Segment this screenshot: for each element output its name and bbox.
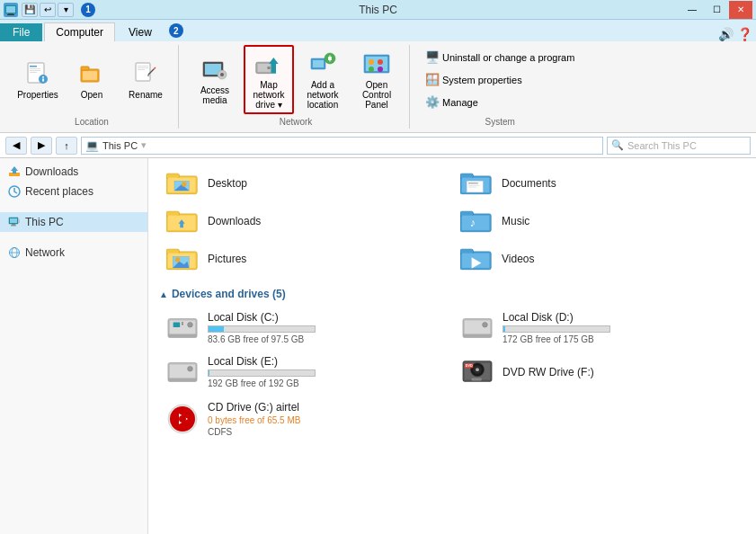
search-field[interactable]: 🔍 Search This PC [607,137,751,155]
map-network-drive-icon [254,49,283,78]
sidebar-item-network[interactable]: Network [0,243,147,263]
svg-rect-85 [173,322,181,327]
drive-f[interactable]: DVD DVD RW Drive (F:) [454,352,745,392]
drive-c[interactable]: Local Disk (C:) 83.6 GB free of 97.5 GB [159,307,450,348]
folder-pictures[interactable]: Pictures [159,241,451,277]
access-media-label: Accessmedia [200,85,229,105]
uninstall-icon: 🖥️ [425,50,440,64]
documents-label: Documents [502,177,556,190]
svg-rect-17 [138,67,148,68]
downloads-icon [7,165,22,179]
pictures-folder-icon [165,245,200,273]
drive-f-name: DVD RW Drive (F:) [503,366,594,378]
rename-icon [131,59,160,88]
help-icon[interactable]: 🔊 [718,27,734,41]
map-network-drive-button[interactable]: Map networkdrive ▾ [244,45,294,114]
drives-grid: Local Disk (C:) 83.6 GB free of 97.5 GB [159,307,745,392]
drive-c-icon [165,312,200,344]
folder-downloads[interactable]: Downloads [159,203,451,239]
system-properties-icon: 🪟 [425,73,440,86]
location-group-label: Location [5,117,178,127]
cd-drive-g-free: 0 bytes free of 65.5 MB [208,415,300,425]
tab-computer[interactable]: Computer [44,22,115,41]
drive-c-name: Local Disk (C:) [208,311,316,324]
ribbon-help-button[interactable]: ❓ [737,27,752,41]
svg-rect-30 [313,60,324,67]
qa-undo[interactable]: ↩ [40,3,56,17]
svg-point-25 [220,73,224,76]
this-pc-icon [7,215,22,229]
svg-rect-99 [471,378,481,380]
svg-rect-18 [138,69,145,70]
ribbon-content: Properties Open [0,41,756,132]
folder-documents[interactable]: Documents [453,165,745,201]
desktop-folder-icon [165,169,200,198]
open-control-panel-label: Open ControlPanel [355,80,398,110]
cd-drive-g[interactable]: CD Drive (G:) airtel 0 bytes free of 65.… [159,397,745,441]
svg-rect-16 [138,66,148,67]
access-media-button[interactable]: Accessmedia [190,51,240,109]
sidebar-item-downloads[interactable]: Downloads [0,162,147,182]
maximize-button[interactable]: ☐ [705,1,728,19]
drive-c-free: 83.6 GB free of 97.5 GB [208,334,316,344]
title-bar-left: 💾 ↩ ▾ 1 [4,3,95,17]
svg-point-38 [369,67,374,72]
folder-music[interactable]: ♪ Music [453,203,745,239]
open-button[interactable]: Open [67,56,117,103]
qa-save[interactable]: 💾 [22,3,38,17]
sidebar: Downloads Recent places [0,158,148,534]
svg-rect-63 [468,187,476,188]
forward-button[interactable]: ▶ [31,137,52,155]
cd-drive-g-name: CD Drive (G:) airtel [208,401,300,414]
address-bar: ◀ ▶ ↑ 💻 This PC ▾ 🔍 Search This PC [0,133,756,158]
ribbon-tab-bar: File Computer View 2 🔊 ❓ [0,20,756,41]
svg-rect-13 [81,67,89,70]
manage-label: Manage [442,97,478,108]
svg-line-20 [154,67,156,69]
content-area: Desktop Documents [148,158,756,534]
uninstall-button[interactable]: 🖥️ Uninstall or change a program [421,48,579,67]
search-icon: 🔍 [611,139,624,151]
access-media-icon [200,55,229,84]
cd-drive-section: CD Drive (G:) airtel 0 bytes free of 65.… [159,397,745,441]
svg-rect-11 [42,79,44,82]
music-label: Music [502,215,529,227]
up-button[interactable]: ↑ [56,137,77,155]
folder-videos[interactable]: Videos [453,241,745,277]
svg-rect-14 [83,71,97,80]
sidebar-item-this-pc[interactable]: This PC [0,212,147,232]
minimize-button[interactable]: — [680,1,704,19]
address-field[interactable]: 💻 This PC ▾ [81,137,603,155]
system-properties-button[interactable]: 🪟 System properties [421,70,579,89]
tab-view[interactable]: View [117,22,164,41]
svg-rect-5 [30,66,37,67]
sidebar-item-recent-places[interactable]: Recent places [0,182,147,201]
sidebar-favorites: Downloads Recent places [0,162,147,201]
back-button[interactable]: ◀ [5,137,27,155]
quick-access-toolbar: 💾 ↩ ▾ [22,3,74,17]
tab-file[interactable]: File [0,23,42,41]
videos-label: Videos [502,253,534,265]
add-network-location-button[interactable]: Add a networklocation [298,46,348,113]
manage-button[interactable]: ⚙️ Manage [421,93,579,111]
svg-rect-2 [7,14,14,15]
close-button[interactable]: ✕ [729,1,752,19]
svg-rect-46 [11,226,16,227]
drive-e[interactable]: Local Disk (E:) 192 GB free of 192 GB [159,352,450,392]
app-icon [4,3,18,17]
drive-d-bar [503,325,610,333]
drive-e-free: 192 GB free of 192 GB [208,378,316,388]
rename-button[interactable]: Rename [120,56,171,103]
drive-d-fill [503,326,505,332]
svg-point-77 [175,257,180,262]
folders-grid: Desktop Documents [159,165,745,277]
svg-rect-86 [182,322,183,323]
open-control-panel-button[interactable]: Open ControlPanel [351,46,402,113]
network-icon [7,245,22,260]
properties-button[interactable]: Properties [13,56,63,103]
drive-d[interactable]: Local Disk (D:) 172 GB free of 175 GB [454,307,745,348]
folder-desktop[interactable]: Desktop [159,165,451,201]
ribbon-group-network: Accessmedia Map networkdrive ▾ [182,45,410,129]
qa-dropdown[interactable]: ▾ [58,3,74,17]
svg-point-96 [188,366,193,371]
